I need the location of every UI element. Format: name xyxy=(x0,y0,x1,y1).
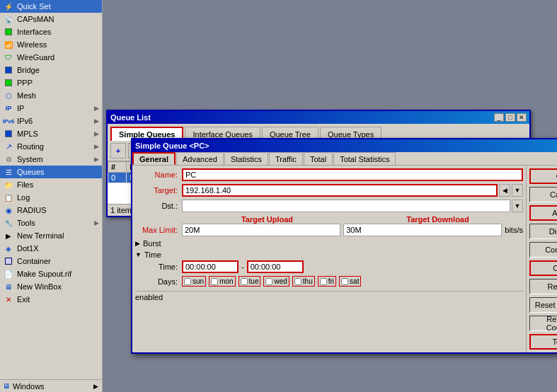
sidebar-item-terminal[interactable]: ▶ New Terminal xyxy=(0,229,102,242)
day-wed-checkbox[interactable] xyxy=(265,278,272,285)
sidebar-item-system[interactable]: ⚙ System ▶ xyxy=(0,153,102,166)
sidebar-item-interfaces[interactable]: Interfaces xyxy=(0,25,102,38)
sidebar-item-capsman[interactable]: 📡 CAPsMAN xyxy=(0,13,102,25)
sidebar-item-files[interactable]: 📁 Files xyxy=(0,178,102,191)
sidebar-item-wireless[interactable]: 📶 Wireless xyxy=(0,38,102,51)
sidebar-item-ppp[interactable]: PPP xyxy=(0,76,102,89)
windows-label: Windows xyxy=(13,382,45,391)
time-to-input[interactable] xyxy=(247,260,304,273)
dialog-tab-general[interactable]: General xyxy=(132,152,176,165)
sidebar-item-tools[interactable]: 🔧 Tools ▶ xyxy=(0,217,102,229)
sidebar-label-container: Container xyxy=(17,257,51,265)
add-button[interactable]: + xyxy=(110,143,126,158)
burst-arrow-icon: ▶ xyxy=(135,240,140,247)
sidebar-item-exit[interactable]: ✕ Exit xyxy=(0,293,102,306)
disable-button[interactable]: Disable xyxy=(529,224,557,239)
sidebar-label-supout: Make Supout.rif xyxy=(17,270,71,278)
quickset-icon: ⚡ xyxy=(3,1,14,12)
dialog-tab-statistics[interactable]: Statistics xyxy=(224,152,268,165)
reset-all-counters-dialog-button[interactable]: Reset All Counters xyxy=(529,316,557,331)
sidebar-label-winbox: New WinBox xyxy=(17,282,62,291)
day-mon-checkbox[interactable] xyxy=(211,278,218,285)
max-limit-download-input[interactable] xyxy=(343,224,502,236)
name-row: Name: xyxy=(135,168,523,181)
sidebar-item-supout[interactable]: 📄 Make Supout.rif xyxy=(0,267,102,280)
dst-input[interactable] xyxy=(182,200,510,212)
sidebar-item-routing[interactable]: ↗ Routing ▶ xyxy=(0,140,102,153)
day-tue-checkbox[interactable] xyxy=(241,278,248,285)
sidebar-item-wireguard[interactable]: 🛡 WireGuard xyxy=(0,51,102,64)
maximize-button[interactable]: □ xyxy=(505,113,515,122)
day-thu: thu xyxy=(292,276,315,287)
sidebar-label-capsman: CAPsMAN xyxy=(17,15,54,23)
day-sun-checkbox[interactable] xyxy=(184,278,191,285)
sidebar-item-bridge[interactable]: Bridge xyxy=(0,64,102,76)
dst-dropdown-button[interactable]: ▼ xyxy=(512,200,523,212)
reset-counters-dialog-button[interactable]: Reset Counters xyxy=(529,297,557,313)
sidebar-label-ppp: PPP xyxy=(17,79,33,87)
ok-button[interactable]: OK xyxy=(529,168,557,184)
copy-button[interactable]: Copy xyxy=(529,260,557,276)
sidebar-label-tools: Tools xyxy=(17,219,35,227)
time-section-header[interactable]: ▼ Time xyxy=(135,250,523,259)
sidebar-item-mpls[interactable]: MPLS ▶ xyxy=(0,127,102,140)
day-fri-label: fri xyxy=(328,277,334,285)
queue-list-title: Queue List xyxy=(110,113,151,122)
speed-headers: Target Upload Target Download xyxy=(182,215,523,224)
sidebar-item-ipv6[interactable]: IPv6 IPv6 ▶ xyxy=(0,115,102,127)
dialog-tab-total[interactable]: Total xyxy=(304,152,333,165)
days-label: Days: xyxy=(135,277,178,286)
target-dropdown-button[interactable]: ▼ xyxy=(512,184,523,197)
cancel-button[interactable]: Cancel xyxy=(529,187,557,202)
sidebar-item-dot1x[interactable]: ◈ Dot1X xyxy=(0,242,102,255)
dialog-tab-advanced[interactable]: Advanced xyxy=(176,152,224,165)
col-num: # xyxy=(108,162,127,173)
day-thu-label: thu xyxy=(303,277,313,285)
terminal-icon: ▶ xyxy=(3,230,14,241)
day-fri: fri xyxy=(318,276,336,287)
bridge-icon xyxy=(3,64,14,76)
minimize-button[interactable]: _ xyxy=(494,113,504,122)
dialog-status: enabled xyxy=(135,293,163,301)
sidebar-item-container[interactable]: Container xyxy=(0,255,102,267)
day-sat-label: sat xyxy=(350,277,359,285)
sidebar-item-log[interactable]: 📋 Log xyxy=(0,191,102,204)
main-area: Queue List _ □ ✕ Simple Queues Interface… xyxy=(103,0,557,392)
sidebar-label-log: Log xyxy=(17,193,30,202)
sidebar-item-ip[interactable]: IP IP ▶ xyxy=(0,102,102,115)
sidebar-label-exit: Exit xyxy=(17,295,30,304)
max-limit-upload-input[interactable] xyxy=(182,224,340,236)
remove-button[interactable]: Remove xyxy=(529,279,557,294)
dialog-buttons: OK Cancel Apply Disable Comment Copy xyxy=(526,166,557,352)
wireless-icon: 📶 xyxy=(3,39,14,50)
name-input[interactable] xyxy=(182,168,523,181)
dialog-status-bar: enabled xyxy=(135,291,523,301)
day-mon-label: mon xyxy=(219,277,233,285)
dialog-tab-traffic[interactable]: Traffic xyxy=(269,152,303,165)
close-button[interactable]: ✕ xyxy=(517,113,527,122)
log-icon: 📋 xyxy=(3,192,14,203)
target-input[interactable] xyxy=(182,184,498,197)
sidebar-item-winbox[interactable]: 🖥 New WinBox xyxy=(0,280,102,293)
sidebar-item-quickset[interactable]: ⚡ Quick Set xyxy=(0,0,102,13)
burst-section[interactable]: ▶ Burst xyxy=(135,239,523,248)
day-sat-checkbox[interactable] xyxy=(341,278,348,285)
sidebar-item-queues[interactable]: ☰ Queues xyxy=(0,166,102,178)
routing-icon: ↗ xyxy=(3,141,14,152)
ip-icon: IP xyxy=(3,103,14,114)
day-thu-checkbox[interactable] xyxy=(294,278,302,285)
winbox-icon: 🖥 xyxy=(3,281,14,292)
target-prev-button[interactable]: ◀ xyxy=(499,184,510,197)
torch-button[interactable]: Torch xyxy=(529,334,557,350)
day-fri-checkbox[interactable] xyxy=(320,278,327,285)
sidebar-item-mesh[interactable]: ⬡ Mesh xyxy=(0,89,102,102)
comment-button[interactable]: Comment xyxy=(529,242,557,258)
sidebar-item-radius[interactable]: ◉ RADIUS xyxy=(0,204,102,217)
windows-section[interactable]: 🖥 Windows ▶ xyxy=(0,379,101,392)
apply-button[interactable]: Apply xyxy=(529,205,557,221)
time-from-input[interactable] xyxy=(182,260,239,273)
files-icon: 📁 xyxy=(3,179,14,190)
dialog-tab-total-stats[interactable]: Total Statistics xyxy=(333,152,396,165)
day-sun-label: sun xyxy=(193,277,204,285)
sidebar: ⚡ Quick Set 📡 CAPsMAN Interfaces 📶 Wirel… xyxy=(0,0,103,392)
